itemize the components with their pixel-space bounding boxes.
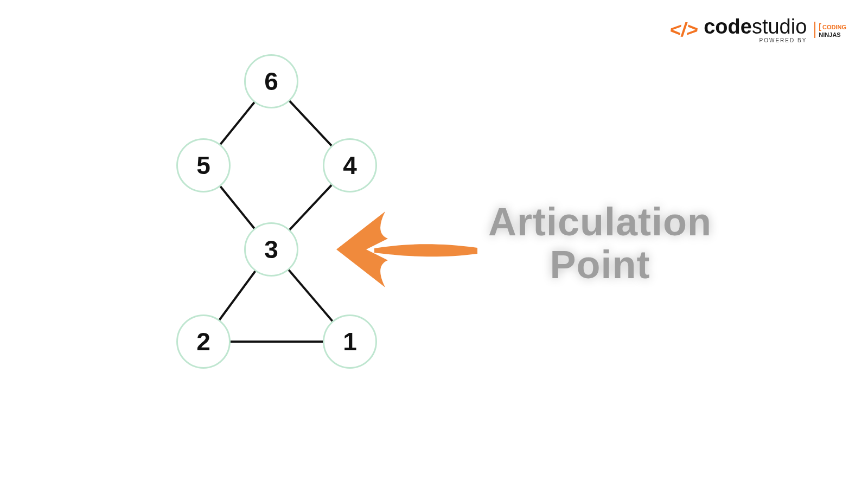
brand-text: codestudio POWERED BY bbox=[704, 16, 807, 43]
partner-badge: [CODING NINJAS bbox=[814, 22, 846, 38]
code-icon: </> bbox=[668, 18, 700, 41]
brand-name-bold: code bbox=[704, 15, 752, 38]
brand-name: codestudio bbox=[704, 16, 807, 37]
brand-name-light: studio bbox=[752, 15, 807, 38]
annotation-line-2: Point bbox=[488, 243, 712, 286]
partner-top: [CODING bbox=[819, 22, 846, 31]
annotation-label: Articulation Point bbox=[488, 201, 712, 286]
annotation-arrow bbox=[0, 0, 868, 488]
brand-subline: POWERED BY bbox=[760, 38, 807, 43]
brand-logo: </> codestudio POWERED BY [CODING NINJAS bbox=[670, 16, 846, 43]
partner-bottom: NINJAS bbox=[819, 31, 840, 38]
diagram-stage: { "brand": { "logo_glyph": "</>", "main_… bbox=[0, 0, 868, 488]
bracket-icon: [ bbox=[819, 22, 821, 31]
annotation-line-1: Articulation bbox=[488, 201, 712, 243]
